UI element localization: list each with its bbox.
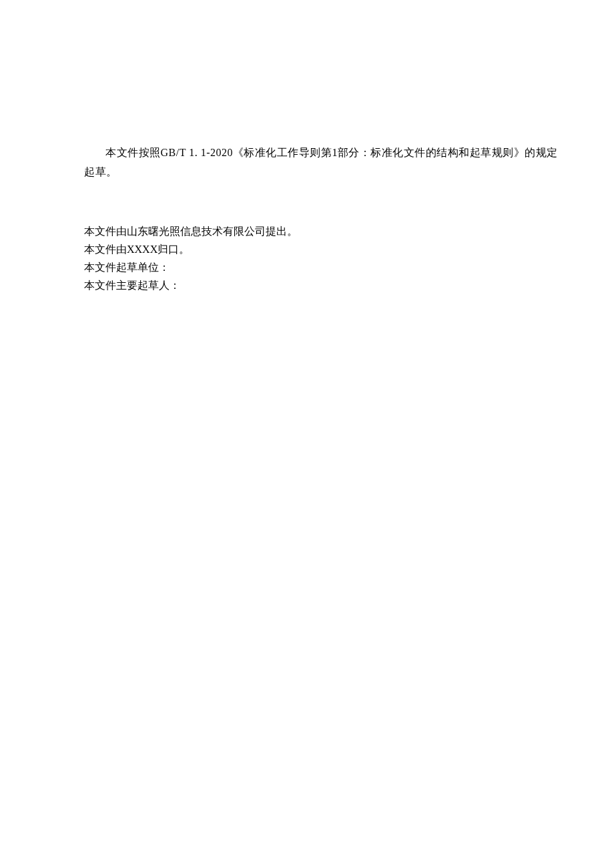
document-body: 本文件按照GB/T 1. 1-2020《标准化工作导则第1部分：标准化文件的结构… <box>0 0 614 294</box>
line-drafters: 本文件主要起草人： <box>84 276 561 294</box>
line-drafting-unit: 本文件起草单位： <box>84 258 561 276</box>
line-proposer: 本文件由山东曙光照信息技术有限公司提出。 <box>84 222 561 240</box>
line-centralized: 本文件由XXXX归口。 <box>84 240 561 258</box>
paragraph-details: 本文件由山东曙光照信息技术有限公司提出。 本文件由XXXX归口。 本文件起草单位… <box>84 222 561 295</box>
paragraph-intro: 本文件按照GB/T 1. 1-2020《标准化工作导则第1部分：标准化文件的结构… <box>84 143 561 182</box>
